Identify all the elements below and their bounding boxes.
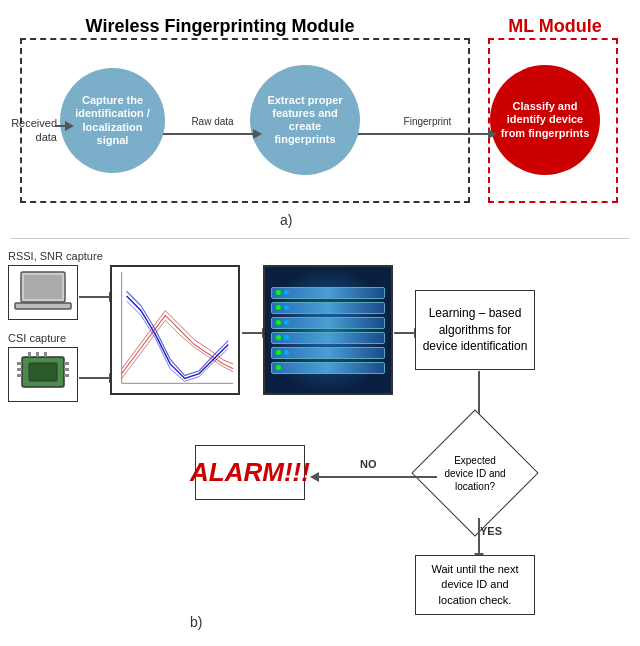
laptop-device (8, 265, 78, 320)
pcb-icon (14, 352, 72, 397)
svg-rect-8 (64, 362, 69, 365)
alarm-box: ALARM!!! (195, 445, 305, 500)
diamond-label: Expected device ID and location? (440, 454, 510, 493)
circle-extract: Extract proper features and create finge… (250, 65, 360, 175)
section-b: RSSI, SNR capture CSI capture (0, 240, 640, 640)
server-row-4 (271, 332, 384, 344)
received-data-label: Receiveddata (2, 116, 57, 145)
server-row-6 (271, 362, 384, 374)
chart-box (110, 265, 240, 395)
circle-classify: Classify and identify device from finger… (490, 65, 600, 175)
svg-rect-10 (64, 374, 69, 377)
server-box (263, 265, 393, 395)
svg-rect-4 (29, 363, 57, 381)
wait-box: Wait until the next device ID and locati… (415, 555, 535, 615)
no-label: NO (360, 458, 377, 470)
diagram-label-b: b) (190, 614, 202, 630)
chart-visualization (112, 267, 238, 393)
divider (10, 238, 630, 239)
server-row-2 (271, 302, 384, 314)
alarm-label: ALARM!!! (190, 457, 310, 488)
server-row-1 (271, 287, 384, 299)
svg-rect-7 (17, 374, 22, 377)
arrow-received-to-c1 (55, 121, 74, 131)
arrow-c1-to-c2: Raw data (163, 116, 262, 139)
svg-rect-6 (17, 368, 22, 371)
laptop-icon (13, 268, 73, 318)
diamond-container: Expected device ID and location? (430, 428, 520, 518)
section-a: Wireless Fingerprinting Module ML Module… (0, 8, 640, 238)
yes-label: YES (480, 525, 502, 537)
circle-capture: Capture the identification / localizatio… (60, 68, 165, 173)
wait-label: Wait until the next device ID and locati… (421, 562, 529, 608)
ml-title: ML Module (495, 16, 615, 37)
server-row-3 (271, 317, 384, 329)
ml-result-label: Learning – based algorithms for device i… (422, 305, 528, 355)
server-row-5 (271, 347, 384, 359)
arrow-no (310, 472, 437, 482)
server-inner (271, 287, 384, 374)
pcb-device (8, 347, 78, 402)
wfm-title: Wireless Fingerprinting Module (60, 16, 380, 37)
svg-rect-5 (17, 362, 22, 365)
svg-rect-12 (36, 352, 39, 357)
ml-result-box: Learning – based algorithms for device i… (415, 290, 535, 370)
arrow-c2-to-ml: Fingerprint (358, 116, 497, 139)
diagram-label-a: a) (280, 212, 292, 228)
server-light (276, 290, 281, 295)
svg-rect-2 (15, 303, 71, 309)
rssi-label: RSSI, SNR capture (8, 250, 103, 262)
svg-rect-9 (64, 368, 69, 371)
csi-label: CSI capture (8, 332, 66, 344)
svg-rect-1 (24, 275, 62, 299)
svg-rect-11 (28, 352, 31, 357)
diamond-text: Expected device ID and location? (430, 428, 520, 518)
svg-rect-13 (44, 352, 47, 357)
